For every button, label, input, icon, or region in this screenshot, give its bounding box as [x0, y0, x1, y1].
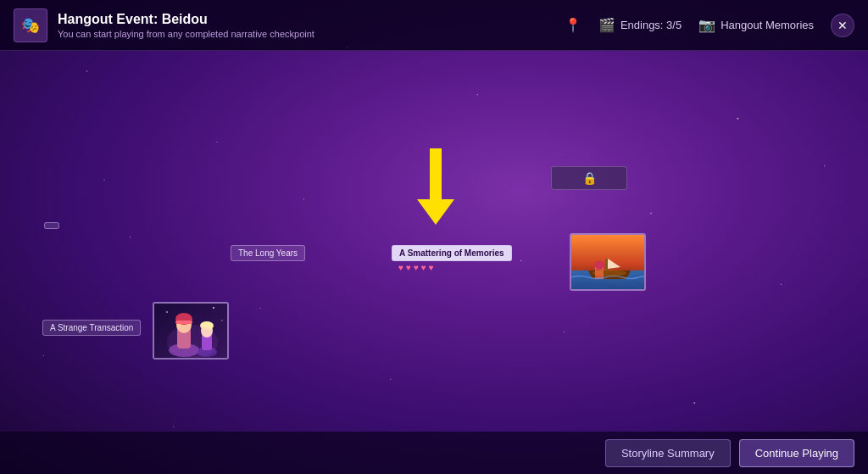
endings-counter[interactable]: 🎬 Endings: 3/5: [598, 17, 682, 33]
lock-icon: 🔒: [582, 171, 597, 185]
node-smattering[interactable]: A Smattering of Memories ♥ ♥ ♥ ♥ ♥: [392, 245, 512, 272]
node-strange-transaction[interactable]: A Strange Transaction: [42, 320, 141, 336]
arrow-shaft: [430, 148, 442, 199]
heart-3: ♥: [414, 263, 419, 272]
storyline-summary-button[interactable]: Storyline Summary: [605, 439, 731, 467]
endings-label: Endings: 3/5: [620, 19, 682, 31]
thumbnail-beidou[interactable]: [153, 302, 229, 360]
node-strange-label: A Strange Transaction: [42, 320, 141, 336]
event-icon: 🎭: [14, 8, 47, 42]
svg-rect-33: [605, 259, 608, 270]
arrow-head: [417, 199, 454, 225]
thumbnail-scene[interactable]: [570, 233, 646, 291]
memories-button[interactable]: 📷 Hangout Memories: [698, 17, 814, 33]
locked-node[interactable]: 🔒: [551, 166, 627, 190]
node-nameless-label: [44, 222, 59, 229]
connection-lines: [0, 51, 254, 178]
location-button[interactable]: 📍: [565, 17, 581, 33]
node-long-years-label: The Long Years: [231, 245, 305, 261]
event-title: Hangout Event: Beidou: [58, 12, 565, 27]
memories-icon: 📷: [698, 17, 715, 33]
svg-point-17: [166, 311, 168, 313]
svg-point-18: [213, 307, 214, 309]
svg-rect-24: [175, 321, 192, 324]
svg-point-38: [593, 270, 626, 276]
storyline-graph: The Long Years A Smattering of Memories …: [0, 51, 868, 432]
hearts-display: ♥ ♥ ♥ ♥ ♥: [398, 263, 434, 272]
node-smattering-label: A Smattering of Memories: [392, 245, 512, 261]
heart-4: ♥: [421, 263, 426, 272]
memories-label: Hangout Memories: [721, 19, 814, 31]
main-area: The Long Years A Smattering of Memories …: [0, 51, 868, 474]
heart-2: ♥: [406, 263, 411, 272]
close-button[interactable]: ✕: [831, 14, 854, 37]
event-subtitle: You can start playing from any completed…: [58, 29, 565, 39]
endings-icon: 🎬: [598, 17, 615, 33]
bottom-bar: Storyline Summary Continue Playing: [0, 432, 868, 474]
svg-point-37: [594, 261, 604, 270]
header-text-block: Hangout Event: Beidou You can start play…: [58, 12, 565, 39]
node-long-years[interactable]: The Long Years: [231, 245, 305, 261]
header-right-controls: 📍 🎬 Endings: 3/5 📷 Hangout Memories ✕: [565, 14, 854, 37]
location-icon: 📍: [565, 17, 581, 33]
yellow-arrow: [417, 148, 454, 225]
node-nameless-fishing[interactable]: [44, 222, 59, 229]
header-bar: 🎭 Hangout Event: Beidou You can start pl…: [0, 0, 868, 51]
continue-playing-button[interactable]: Continue Playing: [739, 439, 854, 467]
heart-1: ♥: [398, 263, 403, 272]
svg-point-19: [221, 320, 223, 321]
svg-point-29: [167, 325, 218, 359]
heart-5: ♥: [429, 263, 434, 272]
